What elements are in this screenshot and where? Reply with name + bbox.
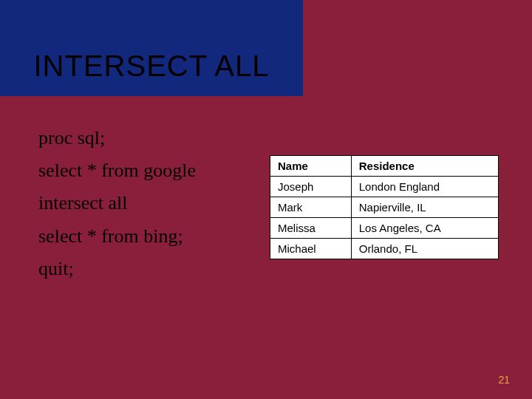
table-header-row: Name Residence bbox=[270, 156, 499, 177]
table-row: Michael Orlando, FL bbox=[270, 239, 499, 259]
slide-title: INTERSECT ALL bbox=[33, 50, 269, 83]
cell-name: Joseph bbox=[270, 177, 352, 197]
code-block: proc sql; select * from google intersect… bbox=[38, 122, 196, 285]
page-number: 21 bbox=[498, 374, 510, 386]
cell-residence: Napierville, IL bbox=[351, 197, 498, 218]
table-row: Mark Napierville, IL bbox=[270, 197, 499, 218]
table-row: Melissa Los Angeles, CA bbox=[270, 218, 499, 239]
code-line: proc sql; bbox=[38, 122, 196, 154]
result-table: Name Residence Joseph London England Mar… bbox=[270, 155, 499, 259]
cell-residence: Los Angeles, CA bbox=[351, 218, 498, 239]
title-bar: INTERSECT ALL bbox=[0, 0, 303, 96]
cell-name: Melissa bbox=[270, 218, 352, 239]
code-line: select * from bing; bbox=[38, 220, 196, 253]
code-line: select * from google bbox=[38, 154, 196, 187]
code-line: intersect all bbox=[38, 187, 196, 219]
cell-name: Michael bbox=[270, 239, 352, 259]
table-header-name: Name bbox=[270, 156, 352, 177]
cell-name: Mark bbox=[270, 197, 352, 218]
cell-residence: Orlando, FL bbox=[351, 239, 498, 259]
slide: INTERSECT ALL proc sql; select * from go… bbox=[0, 0, 532, 399]
cell-residence: London England bbox=[351, 177, 498, 197]
table-row: Joseph London England bbox=[270, 177, 499, 197]
code-line: quit; bbox=[38, 253, 196, 285]
table-header-residence: Residence bbox=[351, 156, 498, 177]
